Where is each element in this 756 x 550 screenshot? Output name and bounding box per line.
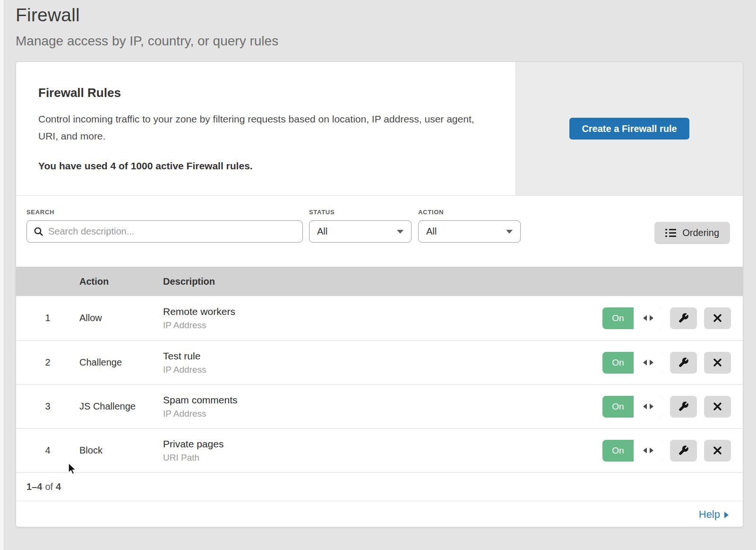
column-header-action: Action: [79, 276, 163, 287]
action-select-value: All: [426, 226, 437, 237]
toggle-on-label: On: [602, 440, 634, 462]
section-description: Control incoming traffic to your zone by…: [38, 111, 487, 145]
search-filter-group: SEARCH: [26, 209, 303, 243]
section-heading: Firewall Rules: [38, 86, 487, 100]
left-right-arrows-icon: [643, 315, 654, 321]
status-select[interactable]: All: [309, 220, 412, 243]
help-link-label: Help: [699, 508, 720, 521]
edit-rule-button[interactable]: [670, 396, 697, 418]
left-edge-strip: [0, 0, 4, 550]
status-select-value: All: [317, 226, 327, 237]
left-right-arrows-icon: [643, 359, 654, 366]
rule-enabled-toggle[interactable]: On: [602, 440, 663, 462]
toggle-handle[interactable]: [634, 396, 663, 418]
ordering-button-label: Ordering: [682, 227, 719, 238]
search-label: SEARCH: [26, 209, 303, 216]
create-rule-panel: Create a Firewall rule: [515, 62, 743, 195]
rule-enabled-toggle[interactable]: On: [602, 352, 663, 374]
wrench-icon: [678, 313, 689, 323]
rule-description: Test rule: [163, 350, 602, 362]
close-icon: [713, 313, 722, 323]
toggle-handle[interactable]: [634, 307, 663, 329]
pagination-total: 4: [56, 481, 61, 492]
wrench-icon: [678, 357, 689, 368]
wrench-icon: [678, 401, 689, 412]
pagination-range: 1–4: [26, 481, 42, 492]
rule-description: Remote workers: [163, 306, 602, 317]
rule-enabled-toggle[interactable]: On: [602, 307, 663, 329]
status-label: STATUS: [309, 209, 412, 216]
delete-rule-button[interactable]: [704, 440, 731, 462]
search-icon: [34, 227, 43, 236]
edit-rule-button[interactable]: [670, 307, 697, 329]
help-link[interactable]: Help: [699, 508, 729, 521]
toggle-on-label: On: [602, 352, 634, 374]
rule-match-type: URI Path: [163, 453, 602, 463]
delete-rule-button[interactable]: [704, 352, 731, 374]
search-box[interactable]: [26, 220, 303, 243]
ordering-button[interactable]: Ordering: [654, 222, 730, 244]
page-subtitle: Manage access by IP, country, or query r…: [16, 34, 743, 49]
edit-rule-button[interactable]: [670, 352, 697, 374]
toggle-on-label: On: [602, 307, 634, 329]
pagination: 1–4 of 4: [16, 472, 743, 501]
chevron-down-icon: [506, 230, 513, 234]
column-header-description: Description: [163, 276, 743, 287]
action-label: ACTION: [418, 209, 521, 216]
rule-action: Block: [79, 445, 163, 456]
rule-match-type: IP Address: [163, 409, 602, 419]
page-title: Firewall: [16, 5, 743, 26]
rules-table-body: 1 Allow Remote workers IP Address On: [16, 296, 743, 472]
edit-rule-button[interactable]: [670, 440, 697, 462]
create-firewall-rule-button[interactable]: Create a Firewall rule: [569, 118, 689, 140]
toggle-on-label: On: [602, 396, 634, 418]
rule-action: Allow: [79, 313, 163, 323]
search-input[interactable]: [48, 226, 296, 237]
rule-priority: 3: [16, 401, 79, 412]
rule-match-type: IP Address: [163, 365, 602, 375]
toggle-handle[interactable]: [634, 352, 663, 374]
filters-bar: SEARCH STATUS All ACTION: [16, 196, 743, 267]
table-row: 3 JS Challenge Spam comments IP Address …: [16, 384, 743, 428]
rule-priority: 4: [16, 445, 79, 456]
left-right-arrows-icon: [643, 403, 654, 410]
firewall-page: Firewall Manage access by IP, country, o…: [16, 0, 743, 527]
intro-section: Firewall Rules Control incoming traffic …: [16, 62, 743, 196]
intro-text-panel: Firewall Rules Control incoming traffic …: [16, 62, 515, 195]
toggle-handle[interactable]: [634, 440, 663, 462]
rule-action: Challenge: [79, 357, 163, 368]
table-row: 4 Block Private pages URI Path On: [16, 428, 743, 472]
action-filter-group: ACTION All: [418, 209, 521, 243]
rule-enabled-toggle[interactable]: On: [602, 396, 663, 418]
status-filter-group: STATUS All: [309, 209, 412, 243]
usage-summary: You have used 4 of 1000 active Firewall …: [38, 160, 487, 172]
card-footer: Help: [16, 501, 743, 527]
table-header: Action Description: [16, 267, 743, 296]
rule-priority: 2: [16, 357, 79, 368]
firewall-rules-card: Firewall Rules Control incoming traffic …: [16, 61, 743, 527]
rule-description: Private pages: [163, 438, 602, 450]
table-row: 1 Allow Remote workers IP Address On: [16, 296, 743, 340]
rule-action: JS Challenge: [79, 401, 163, 412]
ordered-list-icon: [665, 228, 676, 237]
rule-description: Spam comments: [163, 394, 602, 406]
wrench-icon: [678, 445, 689, 456]
delete-rule-button[interactable]: [704, 396, 731, 418]
left-right-arrows-icon: [643, 447, 654, 454]
arrow-right-icon: [724, 512, 729, 518]
table-row: 2 Challenge Test rule IP Address On: [16, 340, 743, 384]
action-select[interactable]: All: [418, 220, 521, 243]
delete-rule-button[interactable]: [704, 307, 731, 329]
pagination-of: of: [45, 481, 53, 492]
chevron-down-icon: [397, 230, 404, 234]
rule-match-type: IP Address: [163, 320, 602, 331]
close-icon: [713, 445, 722, 455]
close-icon: [713, 358, 722, 367]
rule-priority: 1: [16, 313, 79, 323]
close-icon: [713, 402, 722, 411]
